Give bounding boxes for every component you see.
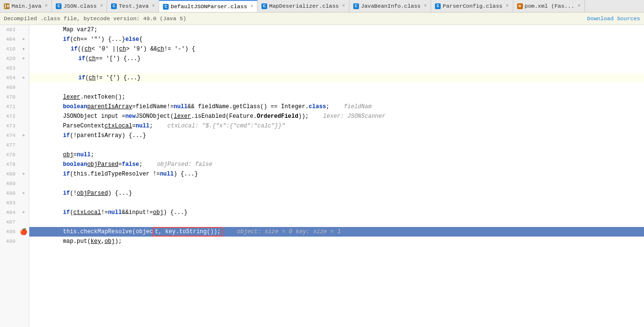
fold-closed-icon-454[interactable]: + [22,75,25,81]
fold-closed-icon-480[interactable]: + [22,172,25,177]
code-part-472-7: lexer: JSONScanner [323,112,385,121]
line-number-474: 474 [0,131,18,140]
tab-parserconfig[interactable]: CParserConfig.class× [431,0,513,12]
code-part-480-1: (this.fieldTypeResolver != [70,169,160,179]
code-part-471-6: null [173,102,187,112]
code-part-454-3: != '{') {...} [96,73,141,83]
tab-defaultjsonparser[interactable]: CDefaultJSONParser.class× [159,0,258,12]
gutter-icons-494: + [18,210,29,215]
code-part-404-2: ch [74,35,80,44]
code-part-479-6: objParsed: false [157,160,212,169]
code-part-490-1: (! [70,189,76,198]
line-number-469: 469 [0,83,18,92]
gutter-row-489: 489 [0,179,29,189]
code-part-494-1: ( [70,208,73,217]
code-part-498-2: object: size = 0 key: size = 1 [237,227,341,237]
gutter-icons-454: + [18,75,29,81]
code-part-471-8: class [309,102,326,112]
fold-closed-icon-490[interactable]: + [22,191,25,196]
code-part-470-1: .nextToken(); [80,92,125,102]
code-part-419-5: > '9') && [126,44,157,54]
tab-label-mapdeserializer: MapDeserializer.class [269,3,339,9]
tab-icon-parserconfig: C [435,3,441,9]
fold-closed-icon-404[interactable]: + [22,37,25,42]
line-number-404: 404 [0,35,18,44]
code-part-419-2: ch [85,44,91,54]
code-part-420-0: if [78,54,85,63]
line-gutter: 403404+419▾420+453454+469470471472473474… [0,25,29,327]
line-number-480: 480 [0,169,18,179]
line-number-472: 472 [0,112,18,121]
code-part-472-4: .isEnabled(Feature. [191,112,257,121]
tab-main-java[interactable]: javaMain.java× [0,0,52,12]
code-line-473: ParseContext ctxLocal = null; ctxLocal: … [29,121,644,131]
code-part-473-0: ParseContext [63,121,104,131]
code-part-404-3: == '"') {...} [80,35,125,44]
tab-close-pom-xml[interactable]: × [578,3,581,9]
gutter-icons-404: + [18,37,29,42]
tab-close-javabeaninfo[interactable]: × [424,3,427,9]
code-part-472-1: new [125,112,136,121]
code-part-494-3: != [101,208,108,217]
code-part-419-7: != '-') { [164,44,195,54]
tab-icon-main-java: java [4,3,10,9]
gutter-row-419: 419▾ [0,44,29,54]
gutter-row-474: 474+ [0,131,29,140]
line-number-471: 471 [0,102,18,112]
code-part-494-6: input [129,208,146,217]
code-part-419-4: ch [119,44,126,54]
breakpoint-icon-498[interactable]: 🍎 [20,228,27,236]
tab-javabeaninfo[interactable]: CJavaBeanInfo.class× [349,0,431,12]
fold-closed-icon-474[interactable]: + [22,133,25,138]
code-part-494-4: null [108,208,122,217]
tab-close-mapdeserializer[interactable]: × [342,3,345,9]
fold-open-icon-419[interactable]: ▾ [22,46,25,52]
code-part-499-0: map.put( [63,237,91,246]
gutter-row-470: 470 [0,92,29,102]
code-part-473-2: = [132,121,136,131]
code-part-472-3: lexer [173,112,191,121]
tab-icon-json-class: C [56,3,62,9]
code-part-499-2: , [101,237,104,246]
code-line-498: this.checkMapResolve(object, key.toStrin… [29,227,644,237]
gutter-icons-420: + [18,56,29,62]
tab-close-test-java[interactable]: × [152,3,155,9]
code-part-419-0: if [71,44,77,54]
code-content: Map var27;if (ch == '"') {...} else {if … [29,25,644,327]
gutter-row-480: 480+ [0,169,29,179]
tab-mapdeserializer[interactable]: CMapDeserializer.class× [258,0,349,12]
tab-close-defaultjsonparser[interactable]: × [250,4,253,9]
code-part-472-2: JSONObject( [136,112,173,121]
tab-pom-xml[interactable]: mpom.xml (Fas...× [513,0,585,12]
tab-close-json-class[interactable]: × [100,3,103,9]
download-sources-button[interactable]: Download Sources [587,15,640,22]
code-part-478-2: null [77,150,91,160]
code-part-471-4: fieldName [136,102,167,112]
code-part-404-1: ( [70,35,73,44]
tab-icon-test-java: C [111,3,117,9]
code-text-403: Map var27; [63,25,98,35]
gutter-row-473: 473 [0,121,29,131]
code-part-471-9: ; [326,102,329,112]
tab-test-java[interactable]: CTest.java× [107,0,159,12]
code-part-499-4: ); [115,237,122,246]
tab-json-class[interactable]: CJSON.class× [52,0,107,12]
code-part-478-3: ; [91,150,94,160]
code-line-404: if (ch == '"') {...} else { [29,35,644,44]
tab-close-main-java[interactable]: × [45,3,48,9]
code-part-419-1: (( [77,44,84,54]
code-area: 403404+419▾420+453454+469470471472473474… [0,25,644,327]
code-line-494: if (ctxLocal != null && input != obj) {.… [29,208,644,217]
tab-label-parserconfig: ParserConfig.class [443,3,502,9]
fold-closed-icon-420[interactable]: + [22,56,25,62]
tab-close-parserconfig[interactable]: × [506,3,509,9]
code-part-472-0: JSONObject input = [63,112,125,121]
code-part-419-6: ch [157,44,164,54]
fold-closed-icon-494[interactable]: + [22,210,25,215]
code-part-471-0: boolean [63,102,87,112]
gutter-row-497: 497 [0,217,29,227]
code-part-499-3: obj [104,237,115,246]
decompiled-info-text: Decompiled .class file, bytecode version… [4,15,186,22]
gutter-row-477: 477 [0,140,29,150]
info-bar: Decompiled .class file, bytecode version… [0,13,644,25]
